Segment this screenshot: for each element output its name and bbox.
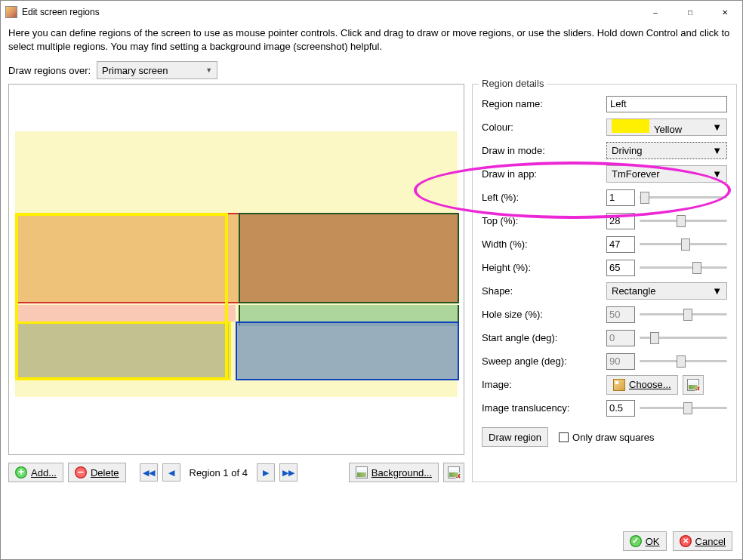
region-green[interactable]: [239, 213, 459, 303]
draw-region-button[interactable]: Draw region: [482, 427, 548, 447]
clear-background-button[interactable]: [443, 463, 464, 482]
translucency-input[interactable]: [606, 400, 635, 417]
clear-image-icon: [687, 379, 699, 391]
start-angle-slider: [640, 330, 727, 346]
start-angle-label: Start angle (deg):: [482, 332, 606, 343]
image-label: Image:: [482, 379, 606, 390]
cancel-label: Cancel: [695, 536, 726, 547]
chevron-down-icon: ▼: [712, 285, 722, 297]
background-button[interactable]: Background...: [349, 463, 439, 482]
clear-image-button[interactable]: [683, 375, 704, 395]
start-angle-input: [606, 330, 635, 346]
top-input[interactable]: [606, 213, 635, 229]
region-canvas[interactable]: [8, 84, 464, 455]
left-slider[interactable]: [640, 189, 727, 206]
draw-over-label: Draw regions over:: [8, 65, 91, 76]
titlebar: Edit screen regions – □ ✕: [1, 1, 742, 23]
colour-value: Yellow: [654, 124, 682, 135]
left-input[interactable]: [606, 189, 635, 206]
window-title: Edit screen regions: [22, 7, 638, 17]
nav-page-label: Region 1 of 4: [190, 467, 248, 478]
colour-swatch: [612, 119, 649, 133]
cancel-icon: [680, 535, 692, 547]
app-icon: [5, 6, 17, 18]
cancel-button[interactable]: Cancel: [673, 531, 732, 551]
background-label: Background...: [372, 467, 432, 478]
colour-label: Colour:: [482, 122, 606, 133]
add-button[interactable]: Add...: [8, 463, 63, 482]
draw-app-value: TmForever: [612, 168, 660, 180]
height-label: Height (%):: [482, 262, 606, 273]
draw-mode-value: Driving: [612, 145, 642, 156]
height-input[interactable]: [606, 260, 635, 276]
colour-combo[interactable]: Yellow ▼: [606, 118, 727, 136]
chevron-down-icon: ▼: [712, 145, 722, 156]
draw-app-combo[interactable]: TmForever ▼: [606, 165, 727, 183]
width-input[interactable]: [606, 236, 635, 253]
top-slider[interactable]: [640, 213, 727, 229]
pencil-icon: [613, 379, 625, 391]
intro-text: Here you can define regions of the scree…: [8, 26, 735, 54]
shape-label: Shape:: [482, 285, 606, 297]
chevron-down-icon: ▼: [712, 122, 722, 133]
delete-label: Delete: [91, 467, 119, 478]
height-slider[interactable]: [640, 260, 727, 276]
checkbox-box: [559, 432, 569, 442]
add-label: Add...: [31, 467, 57, 478]
maximize-button[interactable]: □: [673, 1, 708, 23]
translucency-label: Image translucency:: [482, 402, 606, 414]
choose-image-button[interactable]: Choose...: [606, 375, 678, 395]
draw-over-value: Primary screen: [102, 65, 168, 76]
region-name-input[interactable]: [606, 96, 727, 112]
hole-slider: [640, 306, 727, 323]
sweep-angle-slider: [640, 353, 727, 370]
nav-first-button[interactable]: ◀◀: [140, 463, 158, 482]
choose-label: Choose...: [629, 379, 671, 390]
image-icon: [356, 466, 368, 478]
region-name-label: Region name:: [482, 98, 606, 109]
top-label: Top (%):: [482, 215, 606, 226]
draw-app-label: Draw in app:: [482, 168, 606, 180]
region-yellow-bottom[interactable]: [15, 322, 231, 380]
translucency-slider[interactable]: [640, 400, 727, 417]
draw-mode-label: Draw in mode:: [482, 145, 606, 156]
delete-icon: [75, 466, 87, 478]
region-details-group: Region details Region name: Colour: Yell…: [472, 84, 737, 482]
close-button[interactable]: ✕: [708, 1, 742, 23]
shape-value: Rectangle: [612, 285, 656, 297]
nav-next-button[interactable]: ▶: [257, 463, 275, 482]
clear-image-icon: [448, 466, 460, 478]
chevron-down-icon: ▼: [712, 168, 722, 180]
sweep-angle-input: [606, 353, 635, 370]
draw-mode-combo[interactable]: Driving ▼: [606, 142, 727, 159]
width-label: Width (%):: [482, 238, 606, 250]
sweep-angle-label: Sweep angle (deg):: [482, 355, 606, 367]
hole-label: Hole size (%):: [482, 309, 606, 320]
chevron-down-icon: ▼: [205, 66, 212, 74]
ok-label: OK: [646, 536, 660, 547]
nav-last-button[interactable]: ▶▶: [279, 463, 298, 482]
shape-combo[interactable]: Rectangle ▼: [606, 282, 727, 300]
width-slider[interactable]: [640, 236, 727, 253]
details-legend: Region details: [479, 78, 547, 89]
left-label: Left (%):: [482, 192, 606, 203]
region-blue[interactable]: [236, 322, 459, 380]
delete-button[interactable]: Delete: [68, 463, 126, 482]
draw-over-combo[interactable]: Primary screen ▼: [97, 61, 217, 79]
ok-button[interactable]: OK: [623, 531, 667, 551]
only-squares-label: Only draw squares: [572, 432, 654, 443]
add-icon: [15, 466, 27, 478]
only-squares-checkbox[interactable]: Only draw squares: [559, 432, 654, 443]
minimize-button[interactable]: –: [638, 1, 673, 23]
region-pink[interactable]: [15, 305, 236, 322]
ok-icon: [630, 535, 642, 547]
draw-region-label: Draw region: [489, 432, 541, 443]
hole-input: [606, 306, 635, 323]
nav-prev-button[interactable]: ◀: [162, 463, 180, 482]
